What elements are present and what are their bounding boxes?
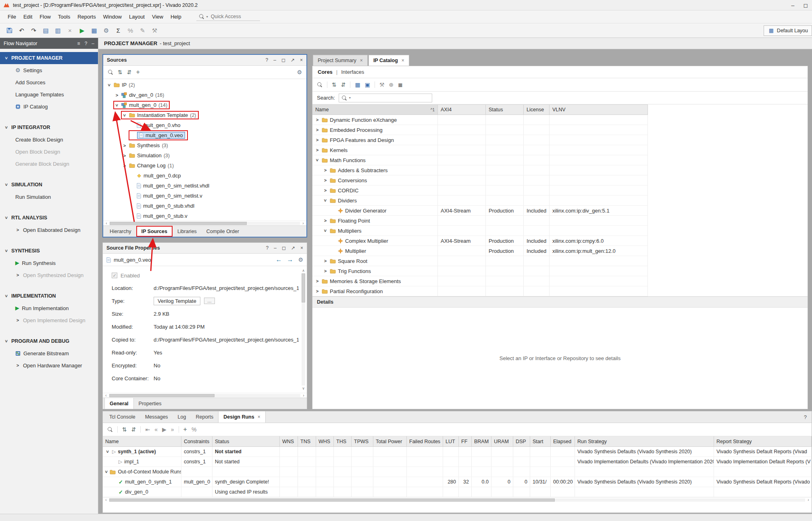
catalog-search-box[interactable]: ▾ — [339, 94, 432, 102]
menu-edit[interactable]: Edit — [20, 12, 36, 22]
view-tab-cores[interactable]: Cores — [318, 69, 333, 75]
close-icon[interactable]: × — [300, 245, 303, 251]
menu-icon[interactable]: ≡ — [77, 41, 80, 46]
chevron-right-icon[interactable]: > — [122, 143, 127, 148]
scrollbar-track[interactable] — [109, 498, 805, 502]
chevron-down-icon[interactable]: > — [107, 83, 112, 88]
horizontal-scrollbar[interactable]: ‹ › — [103, 497, 812, 502]
catalog-row-math-functions[interactable]: >Math Functions — [312, 155, 648, 165]
scroll-right-icon[interactable]: › — [301, 393, 306, 398]
nav-header-synthesis[interactable]: >SYNTHESIS — [0, 245, 98, 257]
type-dropdown[interactable]: Verilog Template — [154, 297, 200, 305]
nav-item-add-sources[interactable]: Add Sources — [0, 76, 98, 88]
sources-tab-libraries[interactable]: Libraries — [173, 226, 202, 237]
run-row-impl-1[interactable]: ▷impl_1constrs_1Not startedVivado Implem… — [103, 457, 812, 467]
source-tree-item-ip[interactable]: >IP(2) — [103, 80, 306, 90]
properties-tab-properties[interactable]: Properties — [134, 398, 167, 409]
world-icon[interactable]: ⊕ — [389, 81, 394, 88]
source-tree-item-simulation[interactable]: >Simulation(3) — [103, 150, 306, 160]
chevron-right-icon[interactable]: > — [15, 318, 20, 323]
catalog-row-complex-multiplier[interactable]: Complex MultiplierAXI4-StreamProductionI… — [312, 236, 648, 246]
chevron-down-icon[interactable]: > — [4, 294, 9, 298]
catalog-row-cordic[interactable]: >CORDIC — [312, 185, 648, 196]
catalog-row-square-root[interactable]: >Square Root — [312, 256, 648, 266]
float-icon[interactable]: ↗ — [291, 245, 295, 251]
sum-icon[interactable]: Σ — [113, 25, 124, 36]
chevron-down-icon[interactable]: > — [122, 113, 127, 118]
gear-icon[interactable]: ⚙ — [101, 25, 112, 36]
expand-all-icon[interactable]: ⇵ — [131, 426, 136, 433]
scroll-right-icon[interactable]: › — [301, 221, 306, 225]
source-tree-item-mult-gen-0-stub-v[interactable]: mult_gen_0_stub.v — [103, 211, 306, 221]
chevron-down-icon[interactable]: > — [4, 56, 9, 60]
to-start-icon[interactable]: ⇤ — [145, 426, 150, 433]
menu-window[interactable]: Window — [100, 12, 125, 22]
scroll-down-icon[interactable]: ∨ — [302, 386, 305, 390]
search-icon[interactable] — [108, 69, 113, 75]
step-forward-icon[interactable]: » — [171, 426, 174, 433]
sources-panel-header[interactable]: Sources ? – ◻ ↗ × — [103, 55, 306, 66]
collapse-all-icon[interactable]: ⇅ — [118, 69, 123, 75]
catalog-row-dynamic-function-exchange[interactable]: >Dynamic Function eXchange — [312, 115, 648, 125]
chevron-down-icon[interactable]: > — [104, 471, 109, 473]
chevron-down-icon[interactable]: > — [323, 228, 328, 233]
horizontal-scrollbar[interactable]: ‹ › — [103, 221, 306, 225]
add-run-icon[interactable]: + — [183, 426, 187, 433]
percent-icon[interactable]: % — [125, 25, 136, 36]
nav-item-open-hardware-manager[interactable]: >Open Hardware Manager — [0, 359, 98, 371]
sources-tab-hierarchy[interactable]: Hierarchy — [105, 226, 136, 237]
scrollbar-track[interactable] — [109, 394, 300, 397]
properties-panel-header[interactable]: Source File Properties ? – ◻ ↗ × — [103, 243, 307, 254]
chevron-right-icon[interactable]: > — [122, 163, 127, 168]
catalog-row-fpga-features-and-design[interactable]: >FPGA Features and Design — [312, 135, 648, 145]
run-icon[interactable]: ▶ — [77, 25, 87, 36]
tab-design-runs[interactable]: Design Runs× — [218, 411, 265, 423]
runs-column-status[interactable]: Status — [212, 436, 280, 446]
vertical-scrollbar[interactable]: ∧ ∨ — [301, 269, 306, 390]
nav-item-open-synthesized-design[interactable]: >Open Synthesized Design — [0, 269, 98, 281]
help-icon[interactable]: ? — [266, 57, 269, 63]
catalog-column-status[interactable]: Status — [486, 105, 524, 115]
redo-icon[interactable]: ↷ — [28, 25, 39, 36]
menu-view[interactable]: View — [148, 12, 167, 22]
menu-layout[interactable]: Layout — [125, 12, 148, 22]
chevron-right-icon[interactable]: > — [323, 269, 328, 273]
nav-item-run-implementation[interactable]: ▶Run Implementation — [0, 302, 98, 314]
expand-all-icon[interactable]: ⇵ — [127, 69, 132, 75]
percent-icon[interactable]: % — [192, 426, 196, 433]
source-tree-item-mult-gen-0-vho[interactable]: mult_gen_0.vho — [103, 120, 306, 130]
source-tree-item-instantiation-template[interactable]: >Instantiation Template(2) — [103, 110, 306, 120]
chevron-right-icon[interactable]: > — [122, 153, 127, 158]
catalog-row-multiplier[interactable]: MultiplierProductionIncludedxilinx.com:i… — [312, 246, 648, 256]
catalog-search-input[interactable] — [353, 95, 429, 101]
chevron-right-icon[interactable]: > — [115, 93, 119, 98]
close-icon[interactable]: × — [258, 414, 260, 420]
gear-icon[interactable]: ⚙ — [298, 256, 303, 263]
chevron-down-icon[interactable]: > — [323, 198, 328, 203]
scroll-right-icon[interactable]: › — [806, 498, 811, 502]
scroll-left-icon[interactable]: ‹ — [104, 498, 108, 502]
nav-item-create-block-design[interactable]: Create Block Design — [0, 133, 98, 146]
catalog-row-conversions[interactable]: >Conversions — [312, 175, 648, 185]
chevron-right-icon[interactable]: > — [15, 363, 20, 368]
menu-tools[interactable]: Tools — [54, 12, 74, 22]
runs-column-ths[interactable]: THS — [334, 436, 352, 446]
play-icon[interactable]: ▶ — [162, 426, 167, 433]
tab-log[interactable]: Log — [173, 411, 191, 423]
tab-ip-catalog[interactable]: IP Catalog× — [369, 55, 409, 66]
help-icon[interactable]: ? — [266, 245, 269, 251]
scrollbar-track[interactable] — [302, 273, 305, 386]
horizontal-scrollbar[interactable]: ‹ › — [103, 393, 307, 398]
more-button[interactable]: … — [204, 298, 215, 304]
nav-item-run-synthesis[interactable]: ▶Run Synthesis — [0, 257, 98, 269]
runs-column-dsp[interactable]: DSP — [513, 436, 530, 446]
runs-column-whs[interactable]: WHS — [316, 436, 334, 446]
nav-item-open-implemented-design[interactable]: >Open Implemented Design — [0, 314, 98, 326]
layout-selector[interactable]: ▦ Default Layou — [764, 25, 812, 36]
close-icon[interactable]: × — [402, 58, 404, 63]
nav-header-project-manager[interactable]: >PROJECT MANAGER — [0, 52, 98, 64]
tab-tcl-console[interactable]: Tcl Console — [104, 411, 140, 423]
maximize-icon[interactable]: ◻ — [281, 57, 285, 63]
minimize-icon[interactable]: – — [274, 245, 277, 251]
view-tab-interfaces[interactable]: Interfaces — [341, 69, 364, 75]
